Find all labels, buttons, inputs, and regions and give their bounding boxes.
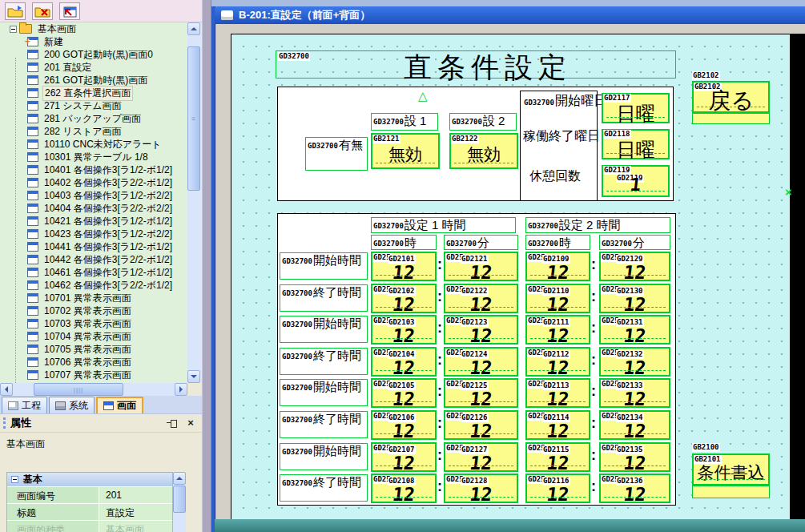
tree-item[interactable]: 10441 各個操作3[ラ1/2-ボ1/2] xyxy=(0,240,187,253)
time-value-cell[interactable]: GD25GD210512 xyxy=(371,378,437,408)
time-value-cell[interactable]: GD25GD212312 xyxy=(444,315,518,345)
row-label[interactable]: GD32700終了時間 xyxy=(280,474,368,502)
tree-root-basic-screens[interactable]: 基本画面 xyxy=(0,22,187,35)
set-header-label[interactable]: GD32700設 2 xyxy=(449,113,517,131)
time-value-cell[interactable]: GD25GD211312 xyxy=(525,378,590,408)
break-count-display[interactable]: GD2119GD21191 xyxy=(602,165,670,197)
row-label[interactable]: GD32700開始時間 xyxy=(280,316,368,343)
time-value-cell[interactable]: GD25GD212612 xyxy=(444,410,518,440)
presence-label[interactable]: GD32700有無 xyxy=(305,137,368,171)
set-enable-switch[interactable]: GB2121無効 xyxy=(371,133,440,169)
scroll-up-button[interactable] xyxy=(173,472,186,485)
time-value-cell[interactable]: GD25GD210212 xyxy=(371,284,437,313)
tree-item[interactable]: 200 GOT起動時(黒)画面0 xyxy=(0,48,187,61)
time-value-cell[interactable]: GD25GD210812 xyxy=(371,474,437,503)
scroll-thumb[interactable] xyxy=(173,486,186,513)
tree-item[interactable]: 10707 異常表示画面 xyxy=(0,369,187,381)
property-row[interactable]: 画面编号201 xyxy=(7,487,185,504)
weekday-switch[interactable]: GD2117日曜 xyxy=(602,93,670,123)
tree-item[interactable]: 10706 異常表示画面 xyxy=(0,356,187,369)
table-group-header[interactable]: GD32700設定 2 時間 xyxy=(525,217,670,233)
tree-item[interactable]: 10701 異常表示画面 xyxy=(0,292,187,304)
delete-screen-button[interactable] xyxy=(32,2,53,20)
tab-project[interactable]: 工程 xyxy=(2,397,47,413)
time-value-cell[interactable]: GD25GD212412 xyxy=(444,347,518,377)
tree-item[interactable]: 10401 各個操作3[ラ1/2-ボ1/2] xyxy=(0,163,187,176)
tree-item[interactable]: 10702 異常表示画面 xyxy=(0,304,187,317)
tree-item[interactable]: 281 バックアップ画面 xyxy=(0,112,187,125)
weekday-switch[interactable]: GD2118日曜 xyxy=(602,129,670,159)
panel-splitter[interactable] xyxy=(202,0,211,532)
scroll-right-button[interactable] xyxy=(175,383,187,396)
schedule-caption-box[interactable]: GD32700開始曜日稼働終了曜日休憩回数 xyxy=(520,91,598,201)
set-header-label[interactable]: GD32700設 1 xyxy=(371,113,438,131)
row-label[interactable]: GD32700終了時間 xyxy=(280,411,368,438)
time-value-cell[interactable]: GD25GD210312 xyxy=(371,315,437,345)
tree-item[interactable]: 282 リストア画面 xyxy=(0,125,187,138)
tab-system[interactable]: 系统 xyxy=(49,397,95,413)
time-value-cell[interactable]: GD25GD210112 xyxy=(371,252,437,281)
time-value-cell[interactable]: GD25GD210412 xyxy=(371,347,437,377)
properties-scrollbar[interactable] xyxy=(172,472,186,532)
screen-tree[interactable]: 基本画面新建200 GOT起動時(黒)画面0201 直設定261 GOT起動時(… xyxy=(0,22,187,383)
time-value-cell[interactable]: GD25GD212712 xyxy=(444,442,518,472)
tree-item[interactable]: 10461 各個操作3[ラ1/2-ボ1/2] xyxy=(0,266,187,279)
triangle-marker[interactable]: △ xyxy=(418,91,428,102)
time-value-cell[interactable]: GD25GD213512 xyxy=(599,442,670,472)
time-value-cell[interactable]: GD25GD210912 xyxy=(525,252,590,281)
set-enable-switch[interactable]: GB2122無効 xyxy=(449,133,518,169)
expander-icon[interactable] xyxy=(10,26,17,33)
tree-item[interactable]: 201 直設定 xyxy=(0,61,187,74)
tree-item[interactable]: 10703 異常表示画面 xyxy=(0,317,187,330)
tree-item[interactable]: 10402 各個操作3[ラ2/2-ボ1/2] xyxy=(0,176,187,189)
time-value-cell[interactable]: GD25GD210712 xyxy=(371,442,437,472)
tree-item[interactable]: 10421 各個操作3[ラ1/2-ボ1/2] xyxy=(0,215,187,228)
tree-item[interactable]: 新建 xyxy=(0,35,187,48)
open-project-button[interactable] xyxy=(5,2,26,20)
time-value-cell[interactable]: GD25GD213112 xyxy=(599,315,670,345)
time-value-cell[interactable]: GD25GD213012 xyxy=(599,284,670,313)
time-value-cell[interactable]: GD25GD211112 xyxy=(525,315,590,345)
tree-item[interactable]: 271 システム画面 xyxy=(0,99,187,112)
time-value-cell[interactable]: GD25GD213412 xyxy=(599,410,670,440)
tree-item[interactable]: 10462 各個操作3[ラ2/2-ボ1/2] xyxy=(0,279,187,292)
time-value-cell[interactable]: GD25GD210612 xyxy=(371,410,437,440)
row-label[interactable]: GD32700終了時間 xyxy=(280,284,368,312)
canvas-view[interactable]: GD32700 直条件設定 GB2102 GB2102 戻る △ xyxy=(231,34,805,521)
back-switch-state-frame[interactable] xyxy=(692,113,770,124)
time-value-cell[interactable]: GD25GD213612 xyxy=(599,474,670,503)
tree-item[interactable]: 10110 CNC未対応アラート xyxy=(0,138,187,151)
write-switch-state-frame[interactable] xyxy=(692,486,770,498)
property-row[interactable]: 标题直設定 xyxy=(7,504,185,521)
property-row[interactable]: 画面的种类基本画面 xyxy=(7,521,185,532)
row-label[interactable]: GD32700開始時間 xyxy=(280,252,368,280)
scroll-down-button[interactable] xyxy=(187,370,200,383)
time-value-cell[interactable]: GD25GD211512 xyxy=(525,442,590,472)
time-value-cell[interactable]: GD25GD212912 xyxy=(599,252,670,281)
time-value-cell[interactable]: GD25GD212112 xyxy=(444,252,518,281)
tree-item[interactable]: 10301 異常テーブル 1/8 xyxy=(0,151,187,163)
back-switch[interactable]: GB2102 戻る xyxy=(692,81,770,113)
table-sub-header[interactable]: GD32700時 xyxy=(371,235,437,250)
tab-screen[interactable]: 画面 xyxy=(96,397,143,413)
property-group-header[interactable]: 基本 xyxy=(7,473,185,487)
time-value-cell[interactable]: GD25GD213212 xyxy=(599,347,670,377)
row-label[interactable]: GD32700開始時間 xyxy=(280,443,368,470)
tree-item[interactable]: 10423 各個操作3[ラ1/2-ボ2/2] xyxy=(0,228,187,240)
table-sub-header[interactable]: GD32700分 xyxy=(444,235,518,250)
scroll-thumb[interactable]: ≡ xyxy=(187,46,200,191)
write-condition-switch[interactable]: GB2101 条件書込 xyxy=(692,453,770,486)
time-value-cell[interactable]: GD25GD212812 xyxy=(444,474,518,503)
row-label[interactable]: GD32700終了時間 xyxy=(280,348,368,375)
time-value-cell[interactable]: GD25GD213312 xyxy=(599,378,670,408)
row-label[interactable]: GD32700開始時間 xyxy=(280,379,368,406)
table-sub-header[interactable]: GD32700時 xyxy=(525,235,590,250)
tree-item[interactable]: 262 直条件選択画面 xyxy=(0,87,187,99)
scroll-thumb[interactable]: |||| xyxy=(34,383,123,396)
time-value-cell[interactable]: GD25GD211012 xyxy=(525,284,590,313)
tree-item[interactable]: 10705 異常表示画面 xyxy=(0,343,187,356)
scroll-left-button[interactable] xyxy=(0,383,13,396)
tree-vertical-scrollbar[interactable]: ≡ xyxy=(187,22,201,383)
tree-item[interactable]: 10403 各個操作3[ラ1/2-ボ2/2] xyxy=(0,189,187,202)
scroll-up-button[interactable] xyxy=(187,22,200,35)
